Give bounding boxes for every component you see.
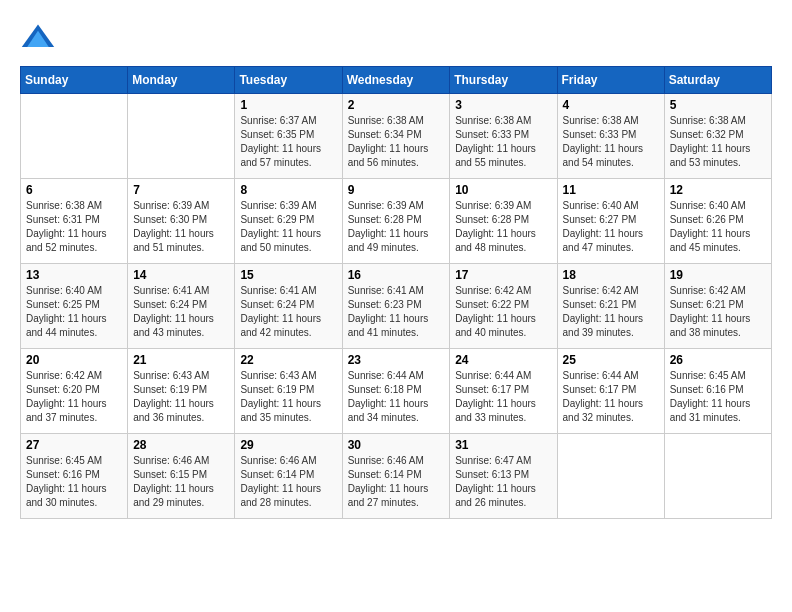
day-number: 14 xyxy=(133,268,229,282)
day-number: 23 xyxy=(348,353,445,367)
calendar-cell: 14Sunrise: 6:41 AMSunset: 6:24 PMDayligh… xyxy=(128,264,235,349)
calendar-week-row: 27Sunrise: 6:45 AMSunset: 6:16 PMDayligh… xyxy=(21,434,772,519)
day-number: 30 xyxy=(348,438,445,452)
calendar-cell: 9Sunrise: 6:39 AMSunset: 6:28 PMDaylight… xyxy=(342,179,450,264)
calendar-cell: 11Sunrise: 6:40 AMSunset: 6:27 PMDayligh… xyxy=(557,179,664,264)
day-number: 15 xyxy=(240,268,336,282)
day-info: Sunrise: 6:41 AMSunset: 6:24 PMDaylight:… xyxy=(240,284,336,340)
day-info: Sunrise: 6:38 AMSunset: 6:31 PMDaylight:… xyxy=(26,199,122,255)
day-number: 25 xyxy=(563,353,659,367)
page-header xyxy=(20,20,772,56)
calendar-cell: 18Sunrise: 6:42 AMSunset: 6:21 PMDayligh… xyxy=(557,264,664,349)
day-number: 24 xyxy=(455,353,551,367)
calendar-cell: 1Sunrise: 6:37 AMSunset: 6:35 PMDaylight… xyxy=(235,94,342,179)
calendar-cell: 13Sunrise: 6:40 AMSunset: 6:25 PMDayligh… xyxy=(21,264,128,349)
day-number: 2 xyxy=(348,98,445,112)
day-number: 8 xyxy=(240,183,336,197)
day-info: Sunrise: 6:39 AMSunset: 6:28 PMDaylight:… xyxy=(348,199,445,255)
logo xyxy=(20,20,62,56)
day-info: Sunrise: 6:42 AMSunset: 6:20 PMDaylight:… xyxy=(26,369,122,425)
day-info: Sunrise: 6:38 AMSunset: 6:33 PMDaylight:… xyxy=(455,114,551,170)
calendar-cell xyxy=(557,434,664,519)
calendar-cell: 22Sunrise: 6:43 AMSunset: 6:19 PMDayligh… xyxy=(235,349,342,434)
calendar-cell: 6Sunrise: 6:38 AMSunset: 6:31 PMDaylight… xyxy=(21,179,128,264)
calendar-cell: 26Sunrise: 6:45 AMSunset: 6:16 PMDayligh… xyxy=(664,349,771,434)
day-info: Sunrise: 6:42 AMSunset: 6:22 PMDaylight:… xyxy=(455,284,551,340)
weekday-header: Friday xyxy=(557,67,664,94)
day-number: 1 xyxy=(240,98,336,112)
day-number: 16 xyxy=(348,268,445,282)
calendar-cell: 10Sunrise: 6:39 AMSunset: 6:28 PMDayligh… xyxy=(450,179,557,264)
day-info: Sunrise: 6:39 AMSunset: 6:30 PMDaylight:… xyxy=(133,199,229,255)
day-number: 13 xyxy=(26,268,122,282)
calendar-week-row: 13Sunrise: 6:40 AMSunset: 6:25 PMDayligh… xyxy=(21,264,772,349)
day-number: 20 xyxy=(26,353,122,367)
weekday-header: Thursday xyxy=(450,67,557,94)
day-number: 22 xyxy=(240,353,336,367)
day-info: Sunrise: 6:40 AMSunset: 6:26 PMDaylight:… xyxy=(670,199,766,255)
calendar-cell: 17Sunrise: 6:42 AMSunset: 6:22 PMDayligh… xyxy=(450,264,557,349)
day-number: 29 xyxy=(240,438,336,452)
weekday-header: Tuesday xyxy=(235,67,342,94)
calendar-cell xyxy=(664,434,771,519)
calendar-header-row: SundayMondayTuesdayWednesdayThursdayFrid… xyxy=(21,67,772,94)
day-info: Sunrise: 6:41 AMSunset: 6:24 PMDaylight:… xyxy=(133,284,229,340)
weekday-header: Monday xyxy=(128,67,235,94)
calendar-cell: 30Sunrise: 6:46 AMSunset: 6:14 PMDayligh… xyxy=(342,434,450,519)
day-info: Sunrise: 6:40 AMSunset: 6:25 PMDaylight:… xyxy=(26,284,122,340)
calendar-cell: 7Sunrise: 6:39 AMSunset: 6:30 PMDaylight… xyxy=(128,179,235,264)
calendar-cell: 3Sunrise: 6:38 AMSunset: 6:33 PMDaylight… xyxy=(450,94,557,179)
day-info: Sunrise: 6:46 AMSunset: 6:15 PMDaylight:… xyxy=(133,454,229,510)
day-number: 3 xyxy=(455,98,551,112)
calendar-cell: 2Sunrise: 6:38 AMSunset: 6:34 PMDaylight… xyxy=(342,94,450,179)
day-info: Sunrise: 6:38 AMSunset: 6:33 PMDaylight:… xyxy=(563,114,659,170)
day-number: 17 xyxy=(455,268,551,282)
calendar-week-row: 6Sunrise: 6:38 AMSunset: 6:31 PMDaylight… xyxy=(21,179,772,264)
day-number: 26 xyxy=(670,353,766,367)
day-info: Sunrise: 6:47 AMSunset: 6:13 PMDaylight:… xyxy=(455,454,551,510)
day-number: 12 xyxy=(670,183,766,197)
day-number: 31 xyxy=(455,438,551,452)
day-number: 21 xyxy=(133,353,229,367)
calendar-cell: 24Sunrise: 6:44 AMSunset: 6:17 PMDayligh… xyxy=(450,349,557,434)
weekday-header: Saturday xyxy=(664,67,771,94)
calendar-cell: 4Sunrise: 6:38 AMSunset: 6:33 PMDaylight… xyxy=(557,94,664,179)
day-number: 6 xyxy=(26,183,122,197)
weekday-header: Sunday xyxy=(21,67,128,94)
calendar-cell: 28Sunrise: 6:46 AMSunset: 6:15 PMDayligh… xyxy=(128,434,235,519)
day-info: Sunrise: 6:38 AMSunset: 6:32 PMDaylight:… xyxy=(670,114,766,170)
day-info: Sunrise: 6:43 AMSunset: 6:19 PMDaylight:… xyxy=(133,369,229,425)
calendar-cell xyxy=(128,94,235,179)
day-info: Sunrise: 6:42 AMSunset: 6:21 PMDaylight:… xyxy=(670,284,766,340)
calendar-cell: 21Sunrise: 6:43 AMSunset: 6:19 PMDayligh… xyxy=(128,349,235,434)
calendar: SundayMondayTuesdayWednesdayThursdayFrid… xyxy=(20,66,772,519)
logo-icon xyxy=(20,20,56,56)
day-number: 7 xyxy=(133,183,229,197)
calendar-cell: 31Sunrise: 6:47 AMSunset: 6:13 PMDayligh… xyxy=(450,434,557,519)
day-info: Sunrise: 6:42 AMSunset: 6:21 PMDaylight:… xyxy=(563,284,659,340)
day-number: 18 xyxy=(563,268,659,282)
day-info: Sunrise: 6:46 AMSunset: 6:14 PMDaylight:… xyxy=(240,454,336,510)
calendar-cell: 29Sunrise: 6:46 AMSunset: 6:14 PMDayligh… xyxy=(235,434,342,519)
day-info: Sunrise: 6:37 AMSunset: 6:35 PMDaylight:… xyxy=(240,114,336,170)
day-info: Sunrise: 6:45 AMSunset: 6:16 PMDaylight:… xyxy=(670,369,766,425)
day-number: 5 xyxy=(670,98,766,112)
calendar-cell: 19Sunrise: 6:42 AMSunset: 6:21 PMDayligh… xyxy=(664,264,771,349)
day-info: Sunrise: 6:43 AMSunset: 6:19 PMDaylight:… xyxy=(240,369,336,425)
calendar-cell: 12Sunrise: 6:40 AMSunset: 6:26 PMDayligh… xyxy=(664,179,771,264)
day-info: Sunrise: 6:41 AMSunset: 6:23 PMDaylight:… xyxy=(348,284,445,340)
day-number: 9 xyxy=(348,183,445,197)
day-number: 11 xyxy=(563,183,659,197)
day-number: 28 xyxy=(133,438,229,452)
calendar-cell: 20Sunrise: 6:42 AMSunset: 6:20 PMDayligh… xyxy=(21,349,128,434)
day-info: Sunrise: 6:39 AMSunset: 6:28 PMDaylight:… xyxy=(455,199,551,255)
day-number: 19 xyxy=(670,268,766,282)
calendar-cell: 8Sunrise: 6:39 AMSunset: 6:29 PMDaylight… xyxy=(235,179,342,264)
calendar-cell xyxy=(21,94,128,179)
day-number: 27 xyxy=(26,438,122,452)
day-info: Sunrise: 6:44 AMSunset: 6:17 PMDaylight:… xyxy=(563,369,659,425)
day-number: 10 xyxy=(455,183,551,197)
day-info: Sunrise: 6:40 AMSunset: 6:27 PMDaylight:… xyxy=(563,199,659,255)
day-number: 4 xyxy=(563,98,659,112)
calendar-cell: 23Sunrise: 6:44 AMSunset: 6:18 PMDayligh… xyxy=(342,349,450,434)
